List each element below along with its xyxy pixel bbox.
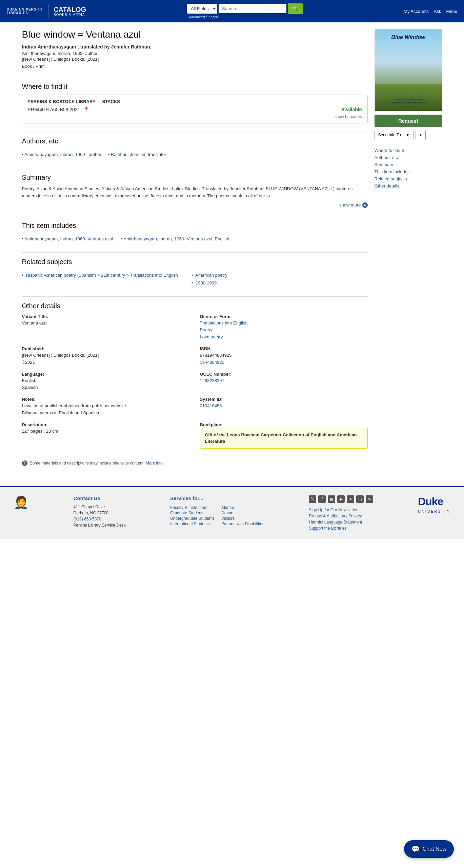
- detail-oclc: OCLC Number: 1263288307: [200, 372, 368, 392]
- item-includes-list: Amirthanayagam, Indran, 1960- Ventana az…: [22, 234, 368, 244]
- isbn-label: ISBN:: [200, 346, 368, 351]
- footer-duke-logo: Duke: [418, 495, 450, 508]
- detail-language: Language: EnglishSpanish: [22, 372, 190, 392]
- sidebar-nav-link-2[interactable]: Authors, etc.: [375, 155, 399, 160]
- footer-link-faculty[interactable]: Faculty & Instructors: [170, 505, 207, 510]
- detail-system-id: System ID: 010416456: [200, 397, 368, 417]
- footer-contact: Contact Us 411 Chapel Drive Durham, NC 2…: [74, 495, 126, 528]
- other-details-title: Other details: [22, 296, 368, 310]
- footer-link-undergrad[interactable]: Undergraduate Students: [170, 516, 215, 521]
- header: DUKE UNIVERSITY LIBRARIES CATALOG BOOKS …: [0, 0, 464, 22]
- footer-link-donors[interactable]: Donors: [221, 511, 235, 515]
- footer-phone[interactable]: (919) 660-5870: [74, 517, 126, 521]
- show-more-link[interactable]: show more ▶: [22, 202, 368, 208]
- subject-link-3[interactable]: Translations into English: [130, 273, 178, 278]
- advanced-search-link[interactable]: Advanced Search: [187, 15, 303, 19]
- sidebar-nav-link-3[interactable]: Summary: [375, 162, 394, 167]
- sidebar-nav: Where to find it Authors, etc. Summary T…: [375, 147, 442, 190]
- request-button[interactable]: Request: [375, 115, 442, 127]
- sidebar-nav-link-6[interactable]: Other details: [375, 183, 400, 189]
- subject-link-2[interactable]: 21st century: [101, 273, 125, 278]
- send-info-row: Send Info To... ▼ +: [375, 130, 442, 140]
- footer-link-international[interactable]: International Students: [170, 521, 210, 526]
- genre-label: Genre or Form:: [200, 314, 368, 319]
- facebook-icon[interactable]: f: [318, 495, 326, 503]
- sidebar-item: Other details: [375, 182, 442, 190]
- more-info-link[interactable]: More info: [146, 460, 163, 465]
- footer-signup-link[interactable]: Sign Up for Our Newsletter: [309, 508, 373, 512]
- footer-services-right: Alumni Donors Visitors Patrons with Disa…: [221, 505, 264, 526]
- footer-services-cols: Faculty & Instructors Graduate Students …: [170, 505, 264, 526]
- footer-inner: 🤵 Contact Us 411 Chapel Drive Durham, NC…: [14, 495, 450, 531]
- author-link-2[interactable]: Rathbun, Jennifer,: [111, 152, 147, 157]
- show-barcodes-link[interactable]: show barcodes: [28, 114, 362, 119]
- language-label: Language:: [22, 372, 190, 377]
- item-includes-link-1[interactable]: Amirthanayagam, Indran, 1960- Ventana az…: [24, 236, 114, 241]
- youtube-icon[interactable]: ▶: [337, 495, 345, 503]
- ask-link[interactable]: Ask: [434, 9, 441, 14]
- summary-title: Summary: [22, 168, 368, 181]
- send-info-button[interactable]: Send Info To... ▼: [375, 130, 413, 140]
- genre-link-2[interactable]: Poetry: [200, 327, 213, 332]
- sidebar-item: Related subjects: [375, 175, 442, 182]
- genre-values: Translations into English Poetry Love po…: [200, 320, 368, 341]
- notes-value: Location of publisher obtained from publ…: [22, 402, 190, 417]
- footer-social-col: 𝕏 f ▩ ▶ ● ▢ ∿ Sign Up for Our Newsletter…: [309, 495, 373, 531]
- cover-author-text: Indran Amirthanayagam Translated by Jenn…: [389, 98, 427, 104]
- oclc-link[interactable]: 1263288307: [200, 378, 224, 383]
- info-icon: ⓘ: [22, 460, 27, 466]
- subject-link-4[interactable]: American poetry: [195, 273, 227, 278]
- logo-libraries: LIBRARIES: [7, 11, 43, 15]
- logo-duke: DUKE UNIVERSITY: [7, 7, 43, 11]
- location-pin-icon[interactable]: 📍: [83, 107, 89, 112]
- author-role-1: author: [89, 152, 101, 157]
- add-button[interactable]: +: [416, 130, 426, 140]
- detail-published: Published: [New Orleans] : Diálogos Book…: [22, 346, 190, 366]
- my-accounts-link[interactable]: My Accounts: [404, 9, 429, 14]
- genre-link-1[interactable]: Translations into English: [200, 320, 248, 326]
- search-input[interactable]: [219, 4, 286, 13]
- cover-tree-bg: [375, 84, 442, 111]
- footer-social-icons: 𝕏 f ▩ ▶ ● ▢ ∿: [309, 495, 373, 503]
- sidebar-nav-link-1[interactable]: Where to find it: [375, 148, 404, 153]
- search-button[interactable]: 🔍: [288, 3, 303, 14]
- subject-link-1[interactable]: Hispanic American poetry (Spanish): [26, 273, 96, 278]
- author-link-1[interactable]: Amirthanayagam, Indran, 1960-,: [24, 152, 87, 157]
- detail-genre: Genre or Form: Translations into English…: [200, 314, 368, 341]
- location-name: PERKINS & BOSTOCK LIBRARY — STACKS: [28, 99, 362, 104]
- language-values: EnglishSpanish: [22, 377, 190, 392]
- menu-link[interactable]: Menu: [446, 9, 457, 14]
- instagram-icon[interactable]: ▢: [356, 495, 364, 503]
- footer-harmful-link[interactable]: Harmful Language Statement: [309, 520, 373, 525]
- show-more-label: show more: [339, 202, 361, 208]
- footer-link-patrons[interactable]: Patrons with Disabilities: [221, 521, 264, 526]
- call-number-row: PR9440.9.A65 B58 2021 📍 Available: [28, 107, 362, 112]
- subject-link-5[interactable]: 1900-1999: [196, 280, 217, 285]
- footer-link-graduate[interactable]: Graduate Students: [170, 511, 204, 515]
- logo-block: DUKE UNIVERSITY LIBRARIES: [7, 7, 43, 15]
- genre-link-3[interactable]: Love poetry: [200, 334, 223, 339]
- book-published: [New Orleans] : Diálogos Books, [2021]: [22, 57, 368, 62]
- isbn-link[interactable]: 1944884920: [200, 360, 224, 365]
- footer-link-visitors[interactable]: Visitors: [221, 516, 235, 521]
- footer-support-link[interactable]: Support the Libraries: [309, 526, 373, 531]
- system-id-link[interactable]: 010416456: [200, 403, 222, 408]
- sidebar-book-cover: Blue Window Indran Amirthanayagam Transl…: [375, 29, 442, 111]
- rss-icon-1[interactable]: ▩: [328, 495, 335, 503]
- footer-link-alumni[interactable]: Alumni: [221, 505, 234, 510]
- book-author-bold: Indran Amirthanayagam ; translated by Je…: [22, 44, 368, 50]
- footer-reuse-link[interactable]: Re-use & Attribution / Privacy: [309, 514, 373, 518]
- item-includes-link-2[interactable]: Amirthanayagam, Indran, 1960- Ventana az…: [124, 236, 230, 241]
- sidebar-item: Authors, etc.: [375, 154, 442, 161]
- book-type: Book / Print: [22, 64, 368, 69]
- rss-icon-2[interactable]: ∿: [366, 495, 373, 503]
- sidebar-item: This item includes: [375, 168, 442, 175]
- bookplate-value: Gift of the Leona Bowman Carpenter Colle…: [200, 428, 368, 449]
- twitter-icon[interactable]: 𝕏: [309, 495, 316, 503]
- search-field-select[interactable]: All Fields: [187, 4, 217, 14]
- description-label: Description:: [22, 422, 190, 427]
- flickr-icon[interactable]: ●: [347, 495, 354, 503]
- sidebar-nav-link-5[interactable]: Related subjects: [375, 176, 407, 181]
- sidebar-nav-link-4[interactable]: This item includes: [375, 169, 410, 174]
- offensive-notice: ⓘ Some materials and descriptions may in…: [22, 457, 368, 469]
